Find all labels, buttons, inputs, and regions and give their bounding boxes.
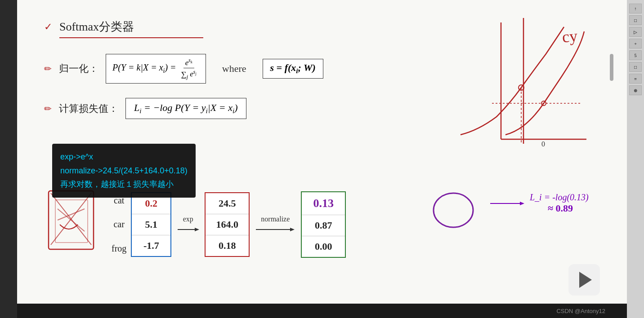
normalize-formula: P(Y = k|X = xi) = esk ∑j esj [112, 62, 199, 72]
normalize-formula-box: P(Y = k|X = xi) = esk ∑j esj [106, 54, 206, 84]
sidebar-btn-3[interactable]: ▷ [629, 27, 642, 37]
loss-result-formula: L_i = -log(0.13) [530, 192, 589, 203]
result-arrow-svg [489, 198, 525, 209]
s-formula: s = f(xi; W) [270, 62, 316, 73]
annotation-line2: normalize->24.5/(24.5+164.0+0.18) [60, 164, 188, 178]
norm-frog: 0.00 [302, 236, 345, 257]
right-sidebar: ↑ □ ▷ + 5 □ ≡ ⊕ [627, 0, 644, 318]
checkmark-icon: ✓ [44, 21, 52, 33]
title-underline [59, 37, 203, 38]
sidebar-btn-7[interactable]: ≡ [629, 74, 642, 84]
circle-overlay-container [431, 188, 476, 234]
loss-formula: Li = −log P(Y = yi|X = xi) [134, 102, 238, 113]
norm-cat: 0.13 [302, 192, 345, 215]
main-container: ✓ Softmax分类器 ✏ 归一化： P(Y = k|X = xi) = es… [0, 0, 644, 318]
labels-column: cat car frog [112, 189, 126, 261]
loss-formula-box: Li = −log P(Y = yi|X = xi) [125, 98, 246, 119]
where-text: where [222, 63, 246, 75]
svg-line-3 [58, 209, 85, 231]
s-formula-box: s = f(xi; W) [263, 59, 323, 78]
arrow1-svg [177, 225, 199, 234]
score-car: 5.1 [132, 214, 170, 235]
sidebar-btn-8[interactable]: ⊕ [629, 85, 642, 95]
normalize-arrow: normalize [255, 215, 295, 234]
label-frog: frog [112, 240, 126, 257]
annotation-line1: exp->e^x [60, 150, 188, 164]
pencil-icon-normalize: ✏ [44, 63, 52, 74]
circle-svg [431, 188, 476, 233]
sidebar-btn-5[interactable]: 5 [629, 50, 642, 60]
normalize-section: ✏ 归一化： P(Y = k|X = xi) = esk ∑j esj wher… [44, 54, 323, 84]
red-lines-svg [434, 13, 591, 157]
content-area: ✓ Softmax分类器 ✏ 归一化： P(Y = k|X = xi) = es… [17, 0, 627, 318]
pencil-icon-loss: ✏ [44, 103, 52, 114]
score-box: 0.2 5.1 -1.7 [131, 192, 171, 257]
exp-frog: 0.18 [206, 235, 249, 256]
exp-box: 24.5 164.0 0.18 [205, 192, 250, 257]
loss-label: 计算损失值： [59, 102, 118, 115]
title-text: Softmax分类器 [59, 20, 134, 33]
score-frog: -1.7 [132, 235, 170, 256]
loss-result-text: L_i = -log(0.13) ≈ 0.89 [530, 192, 589, 214]
svg-marker-7 [195, 228, 199, 231]
svg-point-10 [434, 193, 473, 227]
play-button[interactable] [568, 264, 600, 296]
label-car: car [112, 216, 126, 233]
svg-rect-5 [55, 200, 88, 243]
loss-result-section: L_i = -log(0.13) ≈ 0.89 [489, 192, 589, 214]
exp-cat: 24.5 [206, 193, 249, 214]
exp-label: exp [183, 215, 193, 223]
annotation-line3: 再求对数，越接近１损失率越小 [60, 177, 188, 191]
scrollbar-thumb[interactable] [610, 54, 613, 81]
arrow2-svg [255, 225, 295, 234]
svg-marker-12 [520, 202, 524, 205]
sidebar-btn-1[interactable]: ↑ [629, 4, 642, 13]
normalize-label-arrow: normalize [261, 215, 290, 223]
loss-section: ✏ 计算损失值： Li = −log P(Y = yi|X = xi) [44, 98, 246, 119]
left-sidebar [0, 0, 17, 318]
watermark: CSDN @Antony12 [556, 308, 605, 314]
exp-car: 164.0 [206, 214, 249, 235]
sidebar-btn-6[interactable]: □ [629, 62, 642, 72]
bottom-bar: CSDN @Antony12 [17, 304, 627, 318]
svg-marker-9 [290, 228, 295, 231]
loss-result-value: ≈ 0.89 [548, 203, 589, 214]
norm-box: 0.13 0.87 0.00 [301, 191, 346, 258]
normalize-label: 归一化： [59, 62, 98, 75]
play-icon [579, 272, 592, 288]
sidebar-btn-4[interactable]: + [629, 39, 642, 49]
sidebar-btn-2[interactable]: □ [629, 15, 642, 25]
section-title: ✓ Softmax分类器 [44, 19, 134, 35]
exp-arrow: exp [177, 215, 199, 234]
norm-car: 0.87 [302, 215, 345, 236]
annotation-box: exp->e^x normalize->24.5/(24.5+164.0+0.1… [52, 144, 196, 198]
